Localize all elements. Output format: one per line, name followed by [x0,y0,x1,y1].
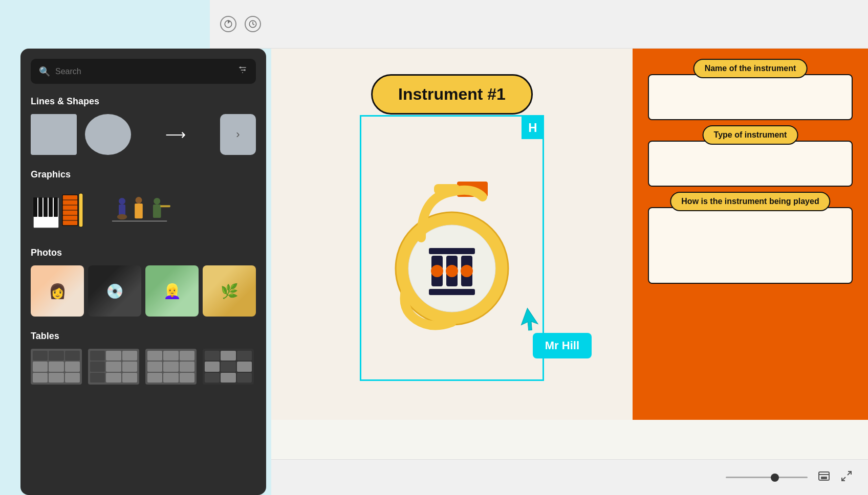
fit-screen-icon[interactable] [818,470,830,485]
rounded-rect-shape[interactable]: › [220,114,256,155]
zoom-slider[interactable] [726,477,808,478]
svg-point-34 [431,265,443,277]
svg-point-35 [446,265,458,277]
field-box-type[interactable] [648,141,853,187]
table-thumb-3[interactable] [145,349,197,385]
mr-hill-label: Mr Hill [533,333,592,358]
field-box-played[interactable] [648,207,853,284]
photos-title: Photos [31,248,256,258]
svg-rect-27 [160,205,170,207]
svg-point-23 [136,197,142,204]
svg-rect-8 [33,197,37,217]
canvas-area: Instrument #1 H [271,49,868,495]
svg-rect-11 [49,197,53,217]
svg-rect-10 [44,197,48,217]
svg-rect-19 [79,193,83,227]
expand-icon[interactable] [840,470,853,485]
sidebar: 🔍 Lines & Shapes ⟶ › Graphics [20,49,266,495]
table-thumb-2[interactable] [88,349,139,385]
field-group-type: Type of instrument [648,136,853,187]
table-thumb-4[interactable] [203,349,254,385]
shapes-row: ⟶ › [31,114,256,155]
search-input[interactable] [55,67,232,76]
slide-title: Instrument #1 [371,74,533,115]
shape-square[interactable] [31,114,77,155]
svg-rect-9 [38,197,42,217]
history-icon[interactable] [245,16,261,32]
photo-1[interactable]: 👩 [31,265,84,317]
svg-point-25 [154,198,160,205]
search-icon: 🔍 [39,66,50,77]
tables-title: Tables [31,331,256,342]
svg-point-5 [240,66,241,68]
graphic-band[interactable] [105,187,172,233]
horn-container[interactable]: H [360,115,544,381]
slide: Instrument #1 H [271,49,868,420]
svg-rect-39 [429,248,475,254]
refresh-icon[interactable] [220,16,236,32]
svg-line-45 [848,471,851,475]
lines-shapes-title: Lines & Shapes [31,96,256,107]
chevron-right-icon: › [236,128,240,141]
photo-3[interactable]: 👱‍♀️ [145,265,199,317]
field-label-played: How is the instrument being played [670,192,830,211]
svg-point-36 [461,265,473,277]
search-bar[interactable]: 🔍 [31,59,256,84]
svg-rect-24 [135,204,143,218]
svg-rect-26 [153,205,161,218]
slider-track[interactable] [726,477,808,478]
svg-marker-41 [520,308,542,333]
tables-row [31,349,256,385]
slider-thumb[interactable] [771,474,779,482]
photo-4[interactable]: 🌿 [203,265,256,317]
svg-rect-44 [821,477,827,479]
graphic-piano[interactable] [31,187,97,233]
svg-line-46 [842,477,845,481]
arrow-shape[interactable]: ⟶ [139,126,212,143]
field-label-type: Type of instrument [703,125,798,145]
field-box-name[interactable] [648,74,853,120]
horn-badge: H [522,117,544,139]
svg-rect-40 [429,289,475,295]
shape-circle[interactable] [85,114,131,155]
svg-point-20 [119,198,125,205]
svg-rect-38 [434,184,460,194]
graphics-row [31,187,256,233]
svg-point-6 [244,69,246,71]
field-group-played: How is the instrument being played [648,202,853,284]
field-label-name: Name of the instrument [693,59,808,78]
photo-2[interactable]: 💿 [88,265,141,317]
filter-icon[interactable] [237,65,248,78]
svg-point-22 [117,214,127,219]
browser-chrome [210,0,868,49]
photos-row: 👩 💿 👱‍♀️ 🌿 [31,265,256,317]
table-thumb-1[interactable] [31,349,82,385]
bottom-toolbar [271,459,868,495]
slide-right: Name of the instrument Type of instrumen… [633,49,868,420]
svg-rect-12 [54,197,58,217]
field-group-name: Name of the instrument [648,69,853,120]
graphics-title: Graphics [31,169,256,180]
slide-left: Instrument #1 H [271,49,633,420]
